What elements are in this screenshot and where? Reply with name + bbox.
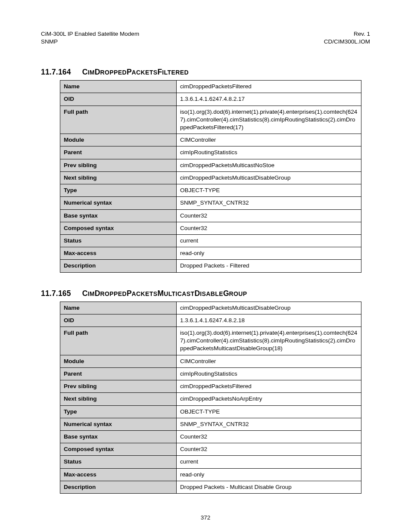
section-title-part: D (195, 289, 200, 298)
mib-object-table: NamecimDroppedPacketsMulticastDisableGro… (60, 302, 361, 494)
section-title-part-rest: ILTERED (162, 69, 189, 76)
field-name: Base syntax (60, 431, 177, 443)
field-name: Module (60, 355, 177, 367)
field-value: cimDroppedPacketsNoArpEntry (177, 393, 361, 405)
field-name: Full path (60, 106, 177, 134)
table-row: DescriptionDropped Packets - Filtered (60, 260, 361, 272)
header-left-line2: SNMP (41, 38, 58, 45)
section-title-part: D (95, 289, 100, 298)
field-value: 1.3.6.1.4.1.6247.4.8.2.17 (177, 93, 361, 106)
table-row: Statuscurrent (60, 456, 361, 468)
table-row: Base syntaxCounter32 (60, 209, 361, 222)
section-title-part-rest: ACKETS (132, 69, 158, 76)
field-value: cimIpRoutingStatistics (177, 146, 361, 159)
section-heading: 11.7.164CIMDROPPEDPACKETSFILTERED (41, 68, 370, 77)
table-row: Full pathiso(1).org(3).dod(6).internet(1… (60, 327, 361, 355)
field-value: 1.3.6.1.4.1.6247.4.8.2.18 (177, 314, 361, 327)
section-title-part: D (95, 68, 100, 76)
field-name: OID (60, 93, 177, 106)
table-row: Composed syntaxCounter32 (60, 222, 361, 234)
page-number: 372 (41, 514, 370, 521)
field-name: Full path (60, 327, 177, 355)
table-row: Next siblingcimDroppedPacketsMulticastDi… (60, 171, 361, 184)
field-value: cimDroppedPacketsMulticastNoStoe (177, 159, 361, 171)
table-row: ParentcimIpRoutingStatistics (60, 146, 361, 159)
field-value: Dropped Packets - Filtered (177, 260, 361, 272)
field-value: CIMController (177, 355, 361, 367)
field-value: current (177, 456, 361, 468)
field-value: OBJECT-TYPE (177, 405, 361, 418)
field-value: Counter32 (177, 209, 361, 222)
field-name: Description (60, 481, 177, 493)
table-row: Numerical syntaxSNMP_SYNTAX_CNTR32 (60, 418, 361, 430)
field-name: OID (60, 314, 177, 327)
field-name: Parent (60, 367, 177, 380)
field-value: cimDroppedPacketsFiltered (177, 81, 361, 93)
section-title-part: C (82, 289, 88, 298)
field-value: read-only (177, 247, 361, 260)
field-name: Description (60, 260, 177, 272)
field-value: Counter32 (177, 222, 361, 234)
section-title-part: C (82, 68, 88, 76)
section-title-part: M (158, 289, 164, 298)
field-value: Counter32 (177, 431, 361, 443)
section-title-part-rest: ROPPED (100, 69, 127, 76)
field-name: Parent (60, 146, 177, 159)
section-title-part-rest: ROPPED (100, 290, 127, 297)
field-value: OBJECT-TYPE (177, 184, 361, 197)
table-row: ModuleCIMController (60, 355, 361, 367)
table-row: Composed syntaxCounter32 (60, 443, 361, 456)
header-left: CiM-300L IP Enabled Satellite ModemSNMP (41, 30, 139, 45)
table-row: Prev siblingcimDroppedPacketsMulticastNo… (60, 159, 361, 171)
field-name: Prev sibling (60, 380, 177, 393)
field-name: Type (60, 184, 177, 197)
field-name: Composed syntax (60, 222, 177, 234)
header-left-line1: CiM-300L IP Enabled Satellite Modem (41, 31, 139, 37)
section-title-part: P (127, 289, 132, 298)
section-number: 11.7.165 (41, 289, 71, 298)
field-name: Base syntax (60, 209, 177, 222)
table-row: Prev siblingcimDroppedPacketsFiltered (60, 380, 361, 393)
field-name: Max-access (60, 247, 177, 260)
page-header: CiM-300L IP Enabled Satellite ModemSNMP … (41, 30, 370, 45)
mib-object-table: NamecimDroppedPacketsFilteredOID1.3.6.1.… (60, 80, 361, 273)
table-row: Base syntaxCounter32 (60, 431, 361, 443)
section-title-part: P (127, 68, 132, 76)
section-title-part: G (223, 289, 229, 298)
table-row: NamecimDroppedPacketsMulticastDisableGro… (60, 302, 361, 314)
field-name: Next sibling (60, 171, 177, 184)
field-value: CIMController (177, 134, 361, 146)
field-name: Prev sibling (60, 159, 177, 171)
field-value: cimDroppedPacketsMulticastDisableGroup (177, 171, 361, 184)
field-value: iso(1).org(3).dod(6).internet(1).private… (177, 106, 361, 134)
header-right-line2: CD/CIM300L.IOM (324, 38, 370, 45)
table-row: TypeOBJECT-TYPE (60, 184, 361, 197)
field-name: Composed syntax (60, 443, 177, 456)
table-row: NamecimDroppedPacketsFiltered (60, 81, 361, 93)
field-value: Counter32 (177, 443, 361, 456)
section-heading: 11.7.165CIMDROPPEDPACKETSMULTICASTDISABL… (41, 289, 370, 298)
field-value: read-only (177, 468, 361, 481)
section-number: 11.7.164 (41, 68, 71, 76)
table-row: Max-accessread-only (60, 468, 361, 481)
field-name: Max-access (60, 468, 177, 481)
field-name: Name (60, 81, 177, 93)
section-title-part: F (158, 68, 162, 76)
field-value: SNMP_SYNTAX_CNTR32 (177, 197, 361, 209)
table-row: TypeOBJECT-TYPE (60, 405, 361, 418)
field-name: Status (60, 234, 177, 247)
field-name: Next sibling (60, 393, 177, 405)
field-name: Module (60, 134, 177, 146)
header-right: Rev. 1CD/CIM300L.IOM (324, 30, 370, 45)
table-row: Max-accessread-only (60, 247, 361, 260)
table-row: DescriptionDropped Packets - Multicast D… (60, 481, 361, 493)
table-row: ModuleCIMController (60, 134, 361, 146)
field-name: Status (60, 456, 177, 468)
field-value: SNMP_SYNTAX_CNTR32 (177, 418, 361, 430)
header-right-line1: Rev. 1 (354, 31, 370, 37)
table-row: ParentcimIpRoutingStatistics (60, 367, 361, 380)
field-value: current (177, 234, 361, 247)
field-name: Type (60, 405, 177, 418)
section-title-part-rest: ULTICAST (164, 290, 194, 297)
field-value: Dropped Packets - Multicast Disable Grou… (177, 481, 361, 493)
